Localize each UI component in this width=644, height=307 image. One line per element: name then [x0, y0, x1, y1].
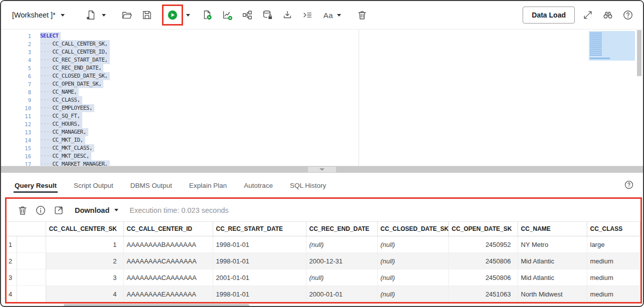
- chevron-down-icon[interactable]: [61, 14, 65, 17]
- download-script-button[interactable]: [279, 7, 295, 24]
- grid-cell[interactable]: 2450806: [448, 253, 518, 269]
- run-play-icon: [167, 10, 178, 21]
- data-load-button[interactable]: Data Load: [523, 7, 575, 24]
- editor-vertical-scrollbar[interactable]: [637, 30, 641, 76]
- open-result-detail-button[interactable]: [50, 202, 68, 219]
- editor-line: 4····CC_REC_START_DATE,: [1, 56, 643, 64]
- tab-script-output[interactable]: Script Output: [73, 174, 114, 196]
- grid-cell[interactable]: medium: [587, 253, 640, 269]
- grid-cell[interactable]: 1998-01-01: [213, 286, 306, 302]
- format-code-button[interactable]: [299, 7, 315, 24]
- grid-cell[interactable]: 1998-01-01: [213, 236, 306, 253]
- grid-cell[interactable]: (null): [377, 286, 448, 302]
- result-info-button[interactable]: [32, 202, 50, 219]
- grid-cell[interactable]: 2000-01-01: [306, 286, 377, 302]
- column-header[interactable]: CC_CALL_CENTER_ID: [123, 222, 213, 236]
- grid-cell[interactable]: (null): [306, 269, 377, 286]
- grid-cell[interactable]: NY Metro: [518, 236, 587, 253]
- font-size-dropdown[interactable]: [333, 7, 345, 24]
- column-header[interactable]: CC_CLOSED_DATE_SK: [377, 222, 448, 236]
- grid-cell[interactable]: AAAAAAAACAAAAAAA: [123, 269, 213, 286]
- column-header[interactable]: CC_REC_START_DATE: [213, 222, 306, 236]
- column-header[interactable]: CC_NAME: [518, 222, 587, 236]
- column-header[interactable]: [7, 222, 46, 236]
- grid-cell[interactable]: medium: [587, 286, 640, 302]
- column-header[interactable]: CC_OPEN_DATE_SK: [448, 222, 518, 236]
- sql-editor[interactable]: 1SELECT 2····CC_CALL_CENTER_SK, 3····CC_…: [1, 30, 643, 166]
- editor-minimap[interactable]: [589, 31, 635, 61]
- save-icon: [141, 10, 152, 21]
- new-worksheet-dropdown[interactable]: [99, 7, 109, 24]
- table-row: 4 4 AAAAAAAAEAAAAAAA 1998-01-01 2000-01-…: [7, 286, 640, 302]
- query-result-grid: CC_CALL_CENTER_SK CC_CALL_CENTER_ID CC_R…: [7, 221, 640, 302]
- grid-cell[interactable]: (null): [377, 269, 448, 286]
- grid-cell[interactable]: AAAAAAAABAAAAAAA: [123, 236, 213, 253]
- row-number-cell[interactable]: 1: [7, 236, 46, 253]
- editor-line: 7····CC_OPEN_DATE_SK,: [1, 80, 643, 88]
- table-row: 2 2 AAAAAAAACAAAAAAA 1998-01-01 2000-12-…: [7, 253, 640, 269]
- output-tabs: Query Result Script Output DBMS Output E…: [1, 173, 643, 197]
- sql-text: CC_MKT_ID,: [53, 137, 83, 143]
- grid-cell[interactable]: 2450806: [448, 269, 518, 286]
- grid-cell[interactable]: 2001-01-01: [213, 269, 306, 286]
- download-icon: [282, 10, 293, 21]
- sql-text: CC_CLOSED_DATE_SK,: [53, 73, 108, 79]
- clear-worksheet-button[interactable]: [354, 7, 370, 24]
- find-button[interactable]: [600, 7, 616, 24]
- explain-plan-button[interactable]: [219, 7, 235, 24]
- grid-cell[interactable]: 4: [46, 286, 123, 302]
- grid-cell[interactable]: 1: [46, 236, 123, 253]
- discard-result-button[interactable]: [14, 202, 32, 219]
- new-worksheet-button[interactable]: [83, 7, 99, 24]
- grid-cell[interactable]: large: [587, 236, 640, 253]
- tab-query-result[interactable]: Query Result: [14, 174, 58, 196]
- tab-dbms-output[interactable]: DBMS Output: [129, 174, 173, 196]
- column-header[interactable]: CC_CALL_CENTER_SK: [46, 222, 123, 236]
- results-help-button[interactable]: [624, 180, 634, 190]
- help-button[interactable]: [620, 7, 636, 24]
- worksheet-selector[interactable]: [Worksheet ]*: [12, 11, 65, 19]
- column-header[interactable]: CC_REC_END_DATE: [306, 222, 377, 236]
- app-window: [Worksheet ]*: [0, 0, 644, 307]
- editor-line: 8····CC_NAME,: [1, 88, 643, 96]
- grid-cell[interactable]: (null): [377, 253, 448, 269]
- run-script-button[interactable]: [199, 7, 215, 24]
- help-icon: [622, 10, 633, 21]
- grid-cell[interactable]: AAAAAAAAEAAAAAAA: [123, 286, 213, 302]
- row-number-cell[interactable]: 2: [7, 253, 46, 269]
- grid-cell[interactable]: 2451063: [448, 286, 518, 302]
- grid-cell[interactable]: AAAAAAAACAAAAAAA: [123, 253, 213, 269]
- line-number: 12: [1, 120, 40, 128]
- tab-sql-history[interactable]: SQL History: [289, 174, 327, 196]
- grid-cell[interactable]: 3: [46, 269, 123, 286]
- autotrace-button[interactable]: [239, 7, 255, 24]
- expand-button[interactable]: [580, 7, 596, 24]
- sql-text: CC_HOURS,: [53, 121, 80, 127]
- tab-autotrace[interactable]: Autotrace: [243, 174, 274, 196]
- grid-cell[interactable]: medium: [587, 269, 640, 286]
- font-size-button[interactable]: Aa: [324, 11, 333, 20]
- splitter-collapse-handle[interactable]: [308, 167, 336, 172]
- grid-cell[interactable]: 2450952: [448, 236, 518, 253]
- grid-horizontal-scrollbar[interactable]: [64, 304, 249, 307]
- save-button[interactable]: [139, 7, 155, 24]
- download-result-button[interactable]: Download: [75, 206, 118, 214]
- grid-cell[interactable]: 2: [46, 253, 123, 269]
- grid-cell[interactable]: Mid Atlantic: [518, 269, 587, 286]
- grid-cell[interactable]: 2000-12-31: [306, 253, 377, 269]
- grid-cell[interactable]: North Midwest: [518, 286, 587, 302]
- editor-line: 2····CC_CALL_CENTER_SK,: [1, 40, 643, 48]
- run-statement-button[interactable]: [165, 7, 181, 24]
- open-file-button[interactable]: [119, 7, 135, 24]
- tab-explain-plan[interactable]: Explain Plan: [188, 174, 228, 196]
- dbms-output-button[interactable]: [259, 7, 275, 24]
- row-number-cell[interactable]: 4: [7, 286, 46, 302]
- grid-cell[interactable]: (null): [377, 236, 448, 253]
- row-number-cell[interactable]: 3: [7, 269, 46, 286]
- column-header[interactable]: CC_CLASS: [587, 222, 640, 236]
- grid-cell[interactable]: Mid Atlantic: [518, 253, 587, 269]
- grid-cell[interactable]: 1998-01-01: [213, 253, 306, 269]
- run-dropdown[interactable]: [183, 7, 193, 24]
- grid-cell[interactable]: (null): [306, 236, 377, 253]
- pane-splitter[interactable]: [1, 166, 643, 173]
